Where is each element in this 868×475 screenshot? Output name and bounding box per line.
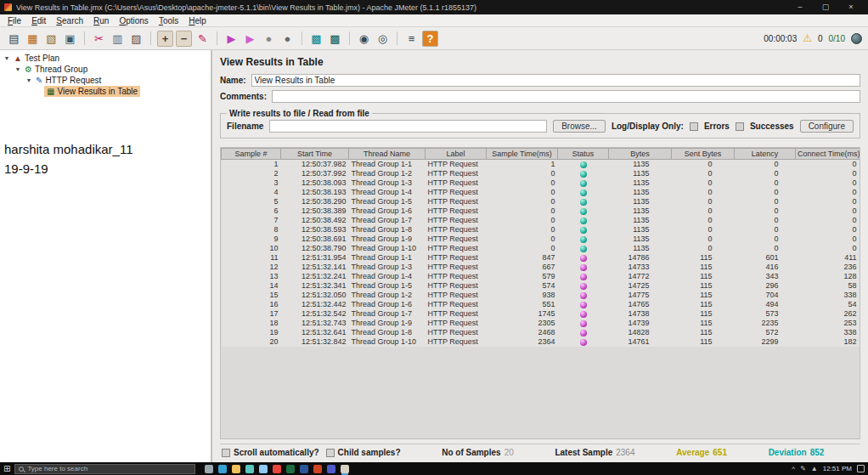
table-row[interactable]: 13 12:51:32.241 Thread Group 1-4 HTTP Re… <box>222 272 861 281</box>
shutdown-icon[interactable]: ● <box>279 31 296 47</box>
menu-run[interactable]: Run <box>88 16 114 25</box>
tray-chevron-up-icon[interactable]: ^ <box>792 465 795 472</box>
menu-file[interactable]: File <box>3 16 26 25</box>
start-button-icon[interactable]: ⊞ <box>3 462 10 475</box>
toggle-icon[interactable]: ✎ <box>194 31 211 47</box>
clear-icon[interactable]: ▩ <box>308 31 324 47</box>
excel-icon[interactable] <box>286 465 295 473</box>
warning-icon[interactable]: ⚠ <box>803 32 812 44</box>
open-file-icon[interactable]: ▧ <box>43 31 59 47</box>
table-row[interactable]: 6 12:50:38.389 Thread Group 1-6 HTTP Req… <box>222 206 861 216</box>
filename-input[interactable] <box>269 120 547 133</box>
col-start-time[interactable]: Start Time <box>281 149 349 160</box>
stop-icon[interactable]: ● <box>261 31 277 47</box>
col-bytes[interactable]: Bytes <box>609 149 672 160</box>
start-icon[interactable]: ▶ <box>223 31 240 47</box>
name-input[interactable] <box>251 74 860 87</box>
cell-connect-time: 253 <box>796 319 861 328</box>
errors-checkbox[interactable] <box>690 122 698 131</box>
table-row[interactable]: 7 12:50:38.492 Thread Group 1-7 HTTP Req… <box>222 216 861 225</box>
cell-sent-bytes: 0 <box>672 178 735 188</box>
col-sample-time[interactable]: Sample Time(ms) <box>487 149 558 160</box>
expand-arrow-icon[interactable]: ▼ <box>3 55 11 61</box>
menu-edit[interactable]: Edit <box>26 16 51 25</box>
col-sent-bytes[interactable]: Sent Bytes <box>672 149 735 160</box>
action-center-icon[interactable] <box>857 465 865 472</box>
mail-icon[interactable] <box>259 465 268 473</box>
edge-browser-icon[interactable] <box>218 465 227 473</box>
col-connect-time[interactable]: Connect Time(ms) <box>796 149 861 160</box>
collapse-all-icon[interactable]: − <box>176 31 192 47</box>
configure-button[interactable]: Configure <box>800 120 854 133</box>
word-icon[interactable] <box>300 465 308 473</box>
tree-node-view-results-in-table[interactable]: ▦View Results in Table <box>0 86 211 97</box>
menu-options[interactable]: Options <box>114 16 153 25</box>
close-button[interactable]: × <box>838 0 864 14</box>
taskbar-search-box[interactable]: Type here to search <box>14 464 195 474</box>
menu-search[interactable]: Search <box>51 16 88 25</box>
taskbar-clock[interactable]: 12:51 PM <box>823 466 852 472</box>
successes-checkbox[interactable] <box>736 122 744 131</box>
save-icon[interactable]: ▣ <box>62 31 78 47</box>
cut-icon[interactable]: ✂ <box>91 31 107 47</box>
expand-arrow-icon[interactable]: ▼ <box>25 77 33 83</box>
maximize-button[interactable]: ▢ <box>813 0 838 14</box>
cell-status <box>558 281 609 291</box>
jmeter-taskbar-icon[interactable] <box>341 465 349 473</box>
tray-pen-icon[interactable]: ✎ <box>800 465 806 472</box>
table-row[interactable]: 12 12:51:32.141 Thread Group 1-3 HTTP Re… <box>222 263 861 272</box>
chrome-icon[interactable] <box>273 465 281 473</box>
table-row[interactable]: 4 12:50:38.193 Thread Group 1-4 HTTP Req… <box>222 188 861 197</box>
table-row[interactable]: 15 12:51:32.050 Thread Group 1-2 HTTP Re… <box>222 291 861 300</box>
search-reset-icon[interactable]: ◎ <box>375 31 391 47</box>
col-status[interactable]: Status <box>558 149 609 160</box>
search-icon[interactable]: ◉ <box>356 31 372 47</box>
clear-all-icon[interactable]: ▩ <box>327 31 343 47</box>
expand-arrow-icon[interactable]: ▼ <box>14 66 22 72</box>
tray-network-icon[interactable]: ▲ <box>811 465 818 472</box>
tree-node-thread-group[interactable]: ▼⚙Thread Group <box>0 64 211 75</box>
new-file-icon[interactable]: ▤ <box>6 31 22 47</box>
globe-icon[interactable] <box>851 33 862 44</box>
table-row[interactable]: 9 12:50:38.691 Thread Group 1-9 HTTP Req… <box>222 235 861 244</box>
comments-input[interactable] <box>272 90 860 103</box>
start-no-pauses-icon[interactable]: ▶ <box>242 31 258 47</box>
function-helper-icon[interactable]: ≡ <box>403 31 420 47</box>
powerpoint-icon[interactable] <box>313 465 322 473</box>
copy-icon[interactable]: ▥ <box>110 31 126 47</box>
col-label[interactable]: Label <box>426 149 487 160</box>
table-row[interactable]: 17 12:51:32.542 Thread Group 1-7 HTTP Re… <box>222 309 861 319</box>
table-row[interactable]: 10 12:50:38.790 Thread Group 1-10 HTTP R… <box>222 244 861 253</box>
cell-sample: 3 <box>222 178 281 188</box>
file-explorer-icon[interactable] <box>232 465 240 473</box>
col-sample[interactable]: Sample # <box>222 149 281 160</box>
tree-node-http-request[interactable]: ▼✎HTTP Request <box>0 75 211 86</box>
table-row[interactable]: 16 12:51:32.442 Thread Group 1-6 HTTP Re… <box>222 300 861 309</box>
table-row[interactable]: 11 12:51:31.954 Thread Group 1-1 HTTP Re… <box>222 253 861 263</box>
menu-tools[interactable]: Tools <box>154 16 183 25</box>
minimize-button[interactable]: – <box>787 0 813 14</box>
task-view-icon[interactable] <box>205 465 213 473</box>
expand-all-icon[interactable]: + <box>157 31 173 47</box>
templates-icon[interactable]: ▦ <box>25 31 41 47</box>
table-row[interactable]: 19 12:51:32.641 Thread Group 1-8 HTTP Re… <box>222 328 861 337</box>
col-thread-name[interactable]: Thread Name <box>349 149 426 160</box>
table-row[interactable]: 8 12:50:38.593 Thread Group 1-8 HTTP Req… <box>222 225 861 235</box>
table-row[interactable]: 1 12:50:37.982 Thread Group 1-1 HTTP Req… <box>222 160 861 170</box>
teams-icon[interactable] <box>327 465 335 473</box>
tree-node-test-plan[interactable]: ▼▲Test Plan <box>0 53 211 64</box>
table-row[interactable]: 5 12:50:38.290 Thread Group 1-5 HTTP Req… <box>222 197 861 206</box>
table-row[interactable]: 14 12:51:32.341 Thread Group 1-5 HTTP Re… <box>222 281 861 291</box>
paste-icon[interactable]: ▨ <box>128 31 144 47</box>
table-row[interactable]: 3 12:50:38.093 Thread Group 1-3 HTTP Req… <box>222 178 861 188</box>
table-row[interactable]: 18 12:51:32.743 Thread Group 1-9 HTTP Re… <box>222 319 861 328</box>
menu-help[interactable]: Help <box>183 16 211 25</box>
col-latency[interactable]: Latency <box>735 149 796 160</box>
table-row[interactable]: 20 12:51:32.842 Thread Group 1-10 HTTP R… <box>222 337 861 347</box>
table-row[interactable]: 2 12:50:37.992 Thread Group 1-2 HTTP Req… <box>222 169 861 178</box>
help-icon[interactable]: ? <box>422 31 438 47</box>
browse-button[interactable]: Browse... <box>553 120 606 133</box>
store-icon[interactable] <box>245 465 254 473</box>
scroll-automatically-checkbox[interactable] <box>222 449 230 457</box>
child-samples-checkbox[interactable] <box>326 449 335 457</box>
